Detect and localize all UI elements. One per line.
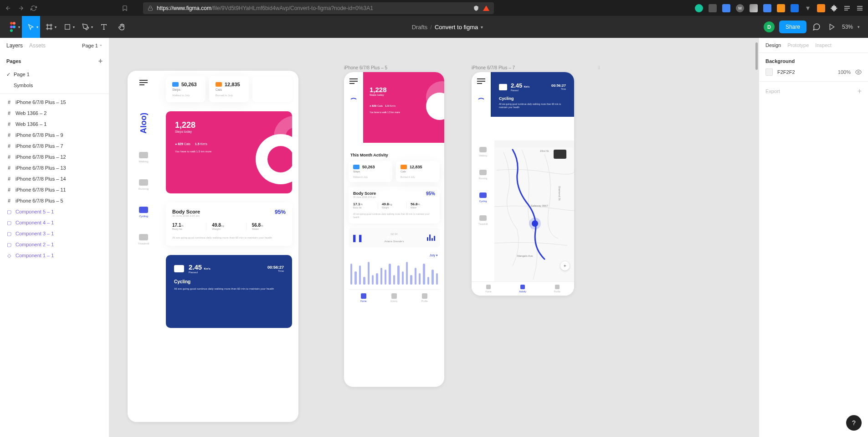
file-chevron-icon[interactable]: ▾ <box>481 25 483 30</box>
file-name[interactable]: Convert to figma <box>435 24 478 31</box>
steps-card[interactable]: 50,263 Steps Walked in July <box>166 76 205 102</box>
nav-treadmill[interactable]: Treadmill <box>478 215 488 225</box>
artboard-main[interactable]: Aloo) Walking Running Cycling Treadmill … <box>128 71 298 422</box>
url-bar[interactable]: https://www.figma.com/file/9Vd5t9HYaHLmf… <box>143 2 494 14</box>
share-button[interactable]: Share <box>779 21 806 33</box>
ext-icon-4[interactable]: M <box>736 4 744 12</box>
layer-item[interactable]: #iPhone 6/7/8 Plus – 9 <box>0 130 109 140</box>
drafts-label[interactable]: Drafts <box>412 24 428 31</box>
extensions-button[interactable] <box>831 5 838 12</box>
canvas[interactable]: Aloo) Walking Running Cycling Treadmill … <box>109 38 759 437</box>
zoom-level[interactable]: 53% <box>842 24 853 30</box>
page-item[interactable]: Page 1 <box>0 69 109 80</box>
tab-profile[interactable]: Profile <box>554 285 560 293</box>
layer-item[interactable]: #iPhone 6/7/8 Plus – 15 <box>0 97 109 108</box>
tab-home[interactable]: Home <box>360 293 366 302</box>
nav-walking[interactable]: Walking <box>479 147 487 157</box>
ext-icon-7[interactable] <box>777 4 785 12</box>
cals-card[interactable]: 12,835 Cals Burned in July <box>209 76 249 102</box>
layer-item[interactable]: #iPhone 6/7/8 Plus – 5 <box>0 195 109 206</box>
text-tool[interactable] <box>95 16 113 38</box>
layer-item[interactable]: ▢Component 2 – 1 <box>0 239 109 250</box>
artboard-mobile-5[interactable]: Aloo) 1,228 Steps today ● 829 Cals 1.5 K… <box>344 72 444 387</box>
back-button[interactable] <box>5 5 12 12</box>
body-score-card[interactable]: Body Score30 June 2018 3:04 pm 95% 17.1%… <box>349 187 440 224</box>
hand-tool[interactable] <box>113 16 131 38</box>
tab-profile[interactable]: Profile <box>421 293 428 302</box>
canvas-scrollbar[interactable] <box>755 42 758 70</box>
map-locate-button[interactable]: ⌖ <box>560 261 570 271</box>
timing-month-selector[interactable]: July ▾ <box>430 254 438 258</box>
nav-cycling[interactable]: Cycling <box>139 207 148 218</box>
layer-item[interactable]: ▢Component 5 – 1 <box>0 206 109 217</box>
forward-button[interactable] <box>17 5 25 12</box>
ext-icon-2[interactable] <box>709 4 717 12</box>
layer-item[interactable]: #Web 1366 – 1 <box>0 119 109 130</box>
tab-home[interactable]: Home <box>485 285 491 293</box>
zoom-chevron-icon[interactable]: ▾ <box>858 25 860 29</box>
tabs-button[interactable] <box>843 5 851 12</box>
menu-icon[interactable] <box>139 80 148 85</box>
nav-running[interactable]: Running <box>479 170 488 180</box>
assets-tab[interactable]: Assets <box>29 42 46 49</box>
present-button[interactable] <box>827 21 837 32</box>
frame-label-5[interactable]: iPhone 6/7/8 Plus – 5 <box>344 65 387 70</box>
add-page-button[interactable]: + <box>98 57 103 65</box>
tab-activity[interactable]: Activity <box>390 293 398 302</box>
visibility-toggle-icon[interactable] <box>855 69 862 75</box>
nav-walking[interactable]: Walking <box>139 152 148 163</box>
design-tab[interactable]: Design <box>765 42 781 48</box>
ext-icon-1[interactable] <box>695 4 703 12</box>
ext-icon-5[interactable] <box>750 4 758 12</box>
ext-icon-3[interactable] <box>722 4 730 12</box>
layers-tab[interactable]: Layers <box>6 42 23 49</box>
add-export-button[interactable]: + <box>858 87 862 95</box>
menu-icon[interactable] <box>477 78 485 84</box>
nav-running[interactable]: Running <box>139 179 149 190</box>
bg-hex-value[interactable]: F2F2F2 <box>777 69 795 75</box>
layer-item[interactable]: #iPhone 6/7/8 Plus – 12 <box>0 151 109 162</box>
comments-button[interactable] <box>811 21 822 32</box>
nav-treadmill[interactable]: Treadmill <box>138 234 149 245</box>
shape-tool[interactable]: ▾ <box>58 16 77 38</box>
music-player-card[interactable]: ❚❚ 02:34 7 Rings Ariana Grande's <box>349 228 440 247</box>
map-area[interactable]: ⌖ 23rd St Safeway 0667 Mangels Ave Diamo… <box>494 140 574 296</box>
layer-item[interactable]: ◇Component 1 – 1 <box>0 250 109 261</box>
tab-activity[interactable]: Activity <box>519 285 526 293</box>
pause-icon[interactable]: ❚❚ <box>353 234 361 242</box>
body-score-card[interactable]: Body Score30 June 2018 3:04 pm 95% 17.1%… <box>166 203 292 246</box>
bg-color-swatch[interactable] <box>765 68 773 76</box>
nav-cycling[interactable]: Cycling <box>479 192 487 203</box>
menu-button[interactable] <box>856 5 863 12</box>
page-item[interactable]: Symbols <box>0 80 109 91</box>
steps-card[interactable]: 50,263 Steps Walked in July <box>349 161 392 182</box>
figma-menu-button[interactable]: ▾ <box>4 16 22 38</box>
artboard-mobile-7[interactable]: Aloo) 2.45 Km'sPassed 00:56:27Time Cycli… <box>472 72 574 296</box>
help-button[interactable]: ? <box>846 415 862 431</box>
layer-item[interactable]: ▢Component 4 – 1 <box>0 217 109 228</box>
ext-icon-10[interactable] <box>817 4 825 12</box>
layer-item[interactable]: #iPhone 6/7/8 Plus – 11 <box>0 184 109 195</box>
menu-icon[interactable] <box>349 78 358 84</box>
reload-button[interactable] <box>30 5 37 12</box>
prototype-tab[interactable]: Prototype <box>787 42 809 48</box>
ext-icon-8[interactable] <box>791 4 799 12</box>
user-avatar[interactable]: D <box>764 21 775 32</box>
bg-opacity-value[interactable]: 100% <box>838 69 851 75</box>
bookmark-button[interactable] <box>121 5 128 12</box>
steps-hero-card[interactable]: 1,228 Steps today ● 829 Cals 1.5 Km's Yo… <box>363 72 444 143</box>
layer-item[interactable]: ▢Component 3 – 1 <box>0 228 109 239</box>
cycling-card[interactable]: 2.45 Km'sPassed 00:56:27Time Cycling All… <box>166 255 292 328</box>
page-selector[interactable]: Page 1 ⌃ <box>82 43 103 48</box>
brave-shield-icon[interactable] <box>473 5 479 11</box>
ext-icon-9[interactable]: ▾ <box>804 5 812 12</box>
ext-icon-6[interactable] <box>763 4 771 12</box>
steps-hero-card[interactable]: 1,228 Steps today ● 829 Cals1.5 Km's You… <box>166 111 292 193</box>
inspect-tab[interactable]: Inspect <box>815 42 831 48</box>
frame-tool[interactable]: ▾ <box>40 16 58 38</box>
cals-card[interactable]: 12,835 Cals Burned in July <box>396 161 440 182</box>
layer-item[interactable]: #Web 1366 – 2 <box>0 108 109 119</box>
pen-tool[interactable]: ▾ <box>77 16 95 38</box>
layer-item[interactable]: #iPhone 6/7/8 Plus – 7 <box>0 140 109 151</box>
brave-rewards-icon[interactable] <box>483 5 489 11</box>
